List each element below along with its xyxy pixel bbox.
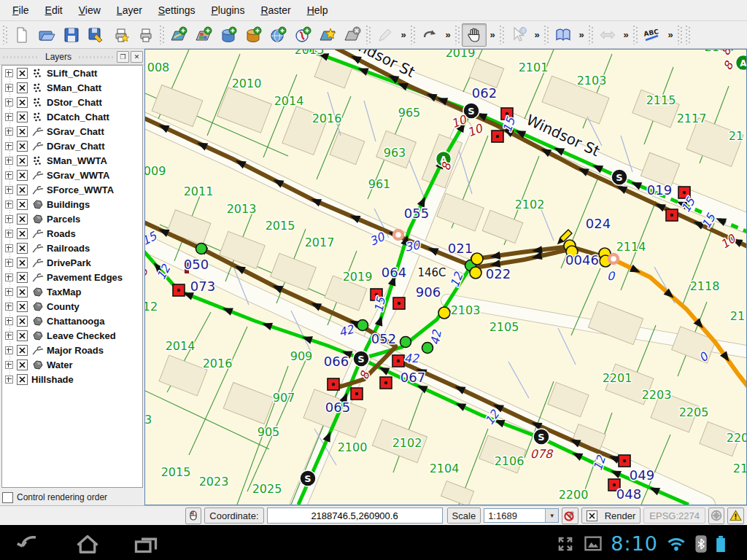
layer-item-sforce-wwta[interactable]: SForce_WWTA [2, 182, 142, 197]
undo-button[interactable] [417, 23, 442, 47]
panel-float-button[interactable]: ❐ [117, 51, 129, 63]
layer-item-railroads[interactable]: Railroads [2, 241, 142, 255]
toolbar-overflow-button[interactable]: » [487, 24, 498, 46]
open-project-button[interactable] [34, 23, 59, 47]
remove-layer-button[interactable] [340, 23, 365, 47]
add-wms-layer-button[interactable] [266, 23, 290, 47]
layer-visibility-checkbox[interactable] [17, 316, 28, 327]
expand-icon[interactable] [5, 332, 13, 340]
layer-visibility-checkbox[interactable] [17, 68, 28, 79]
expand-icon[interactable] [5, 171, 13, 179]
expand-icon[interactable] [5, 128, 13, 136]
toolbar-overflow-button[interactable]: » [576, 24, 587, 46]
menu-edit[interactable]: Edit [37, 1, 71, 19]
expand-icon[interactable] [5, 69, 13, 77]
layer-item-buildings[interactable]: Buildings [2, 197, 142, 211]
layer-item-parcels[interactable]: Parcels [2, 211, 142, 226]
expand-icon[interactable] [5, 303, 13, 311]
render-checkbox[interactable] [587, 510, 597, 521]
layer-item-county[interactable]: County [2, 299, 142, 314]
toolbar-handle[interactable] [589, 26, 594, 44]
expand-icon[interactable] [5, 186, 13, 194]
layer-item-sman-chatt[interactable]: SMan_Chatt [2, 80, 142, 95]
expand-icon[interactable] [5, 317, 13, 325]
add-raster-layer-button[interactable] [191, 23, 216, 47]
add-postgis-layer-button[interactable] [216, 23, 241, 47]
recent-apps-icon[interactable] [133, 533, 159, 555]
print-button[interactable] [133, 23, 158, 47]
fullscreen-icon[interactable] [555, 534, 576, 554]
home-icon[interactable] [74, 533, 101, 555]
toolbar-handle[interactable] [633, 26, 638, 44]
screenshot-icon[interactable] [583, 534, 603, 554]
layer-item-dgrav-chatt[interactable]: DGrav_Chatt [2, 139, 142, 153]
layer-item-chattanooga[interactable]: Chattanooga [2, 314, 142, 328]
layer-visibility-checkbox[interactable] [17, 257, 28, 268]
save-project-as-button[interactable] [84, 23, 109, 47]
layer-item-hillshade[interactable]: Hillshade [2, 372, 142, 386]
layer-visibility-checkbox[interactable] [17, 141, 28, 152]
layer-visibility-checkbox[interactable] [17, 243, 28, 254]
toolbar-overflow-button[interactable]: » [531, 24, 543, 46]
expand-icon[interactable] [5, 259, 13, 267]
toolbar-handle[interactable] [160, 26, 165, 44]
toolbar-overflow-button[interactable]: » [442, 24, 454, 46]
new-shapefile-layer-button[interactable] [315, 23, 340, 47]
scale-combo[interactable]: 1:1689 ▼ [484, 508, 559, 523]
layer-visibility-checkbox[interactable] [17, 199, 28, 210]
layer-visibility-checkbox[interactable] [17, 228, 28, 239]
layer-item-taxmap[interactable]: TaxMap [2, 284, 142, 299]
map-canvas[interactable]: SSSSSAA008201020142016965963961200920112… [144, 49, 747, 505]
expand-icon[interactable] [5, 346, 13, 354]
menu-help[interactable]: Help [299, 1, 336, 19]
crs-status-button[interactable] [708, 508, 725, 524]
layer-visibility-checkbox[interactable] [17, 272, 28, 283]
mouse-position-button[interactable] [185, 508, 202, 524]
expand-icon[interactable] [5, 157, 13, 165]
back-icon[interactable] [16, 533, 42, 555]
layer-item-slift-chatt[interactable]: SLift_Chatt [2, 66, 142, 80]
layer-visibility-checkbox[interactable] [17, 170, 28, 181]
save-project-button[interactable] [59, 23, 84, 47]
layer-item-major-roads[interactable]: Major Roads [2, 343, 142, 357]
layer-visibility-checkbox[interactable] [17, 359, 28, 370]
layer-visibility-checkbox[interactable] [17, 374, 28, 385]
layer-item-drivepark[interactable]: DrivePark [2, 255, 142, 270]
menu-view[interactable]: View [71, 1, 109, 19]
expand-icon[interactable] [5, 98, 13, 106]
layer-item-sgrav-chatt[interactable]: SGrav_Chatt [2, 124, 142, 139]
layer-visibility-checkbox[interactable] [17, 330, 28, 341]
expand-icon[interactable] [5, 273, 13, 281]
new-project-button[interactable] [9, 23, 34, 47]
layer-visibility-checkbox[interactable] [17, 287, 28, 298]
expand-icon[interactable] [5, 230, 13, 238]
add-spatialite-layer-button[interactable] [241, 23, 266, 47]
layer-item-leave-checked[interactable]: Leave Checked [2, 328, 142, 343]
toolbar-handle[interactable] [544, 26, 549, 44]
layer-item-sgrav-wwta[interactable]: SGrav_WWTA [2, 168, 142, 182]
layer-visibility-checkbox[interactable] [17, 82, 28, 93]
chevron-down-icon[interactable]: ▼ [545, 509, 558, 522]
toolbar-handle[interactable] [3, 26, 8, 44]
toolbar-handle[interactable] [411, 26, 416, 44]
add-vector-layer-button[interactable] [166, 23, 191, 47]
menu-plugins[interactable]: Plugins [203, 1, 252, 19]
toolbar-handle[interactable] [366, 26, 371, 44]
layer-item-sman-wwta[interactable]: SMan_WWTA [2, 153, 142, 168]
layer-item-roads[interactable]: Roads [2, 226, 142, 241]
menu-raster[interactable]: Raster [252, 1, 298, 19]
new-print-composer-button[interactable] [109, 23, 133, 47]
toolbar-overflow-button[interactable]: » [620, 24, 632, 46]
coordinate-input[interactable] [267, 508, 443, 524]
label-button[interactable]: ABC [640, 23, 665, 47]
layer-visibility-checkbox[interactable] [17, 155, 28, 166]
menu-settings[interactable]: Settings [150, 1, 204, 19]
toolbar-handle[interactable] [678, 26, 683, 44]
toolbar-overflow-button[interactable]: » [398, 24, 409, 46]
control-rendering-order-checkbox[interactable] [2, 492, 13, 503]
menu-file[interactable]: File [4, 1, 37, 19]
expand-icon[interactable] [5, 113, 13, 121]
panel-close-button[interactable]: ✕ [131, 51, 143, 63]
pan-button[interactable] [462, 23, 487, 47]
stop-render-button[interactable] [562, 508, 578, 524]
